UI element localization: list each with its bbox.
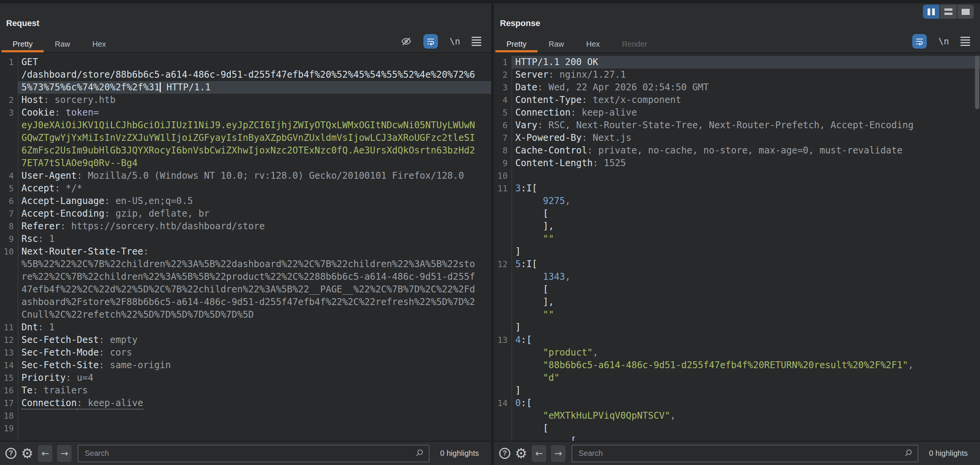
line-content: Cache-Control: private, no-cache, no-sto…: [511, 144, 980, 157]
stacked-view-button[interactable]: [940, 5, 957, 19]
editor-line[interactable]: 134:[: [494, 334, 980, 346]
editor-line[interactable]: 9Rsc: 1: [0, 233, 491, 245]
editor-line[interactable]: 8Cache-Control: private, no-cache, no-st…: [494, 144, 980, 157]
editor-line[interactable]: 19: [0, 422, 491, 435]
editor-line[interactable]: %5B%22%22%2C%7B%22children%22%3A%5B%22da…: [0, 258, 491, 271]
editor-line[interactable]: 9Content-Length: 1525: [494, 157, 980, 170]
editor-line[interactable]: 2Host: sorcery.htb: [0, 94, 491, 106]
editor-line[interactable]: re%22%2C%7B%22children%22%3A%5B%5B%22pro…: [0, 271, 491, 283]
editor-line[interactable]: 10Next-Router-State-Tree:: [0, 245, 491, 258]
editor-line[interactable]: [: [494, 207, 980, 220]
request-editor[interactable]: 1GET/dashboard/store/88b6b6c5-a614-486c-…: [0, 54, 491, 441]
newline-icon[interactable]: \n: [449, 36, 460, 46]
editor-line[interactable]: 4Content-Type: text/x-component: [494, 94, 980, 106]
tab-hex[interactable]: Hex: [575, 36, 611, 52]
editor-line[interactable]: "": [494, 233, 980, 245]
line-content: "d": [511, 372, 980, 384]
response-scrollbar[interactable]: [975, 55, 979, 109]
tab-pretty[interactable]: Pretty: [495, 36, 537, 52]
line-content: [: [511, 283, 980, 296]
editor-line[interactable]: 8Referer: https://sorcery.htb/dashboard/…: [0, 220, 491, 233]
editor-line[interactable]: 140:[: [494, 397, 980, 410]
editor-line[interactable]: ]: [494, 245, 980, 258]
tab-raw[interactable]: Raw: [44, 36, 81, 52]
single-view-button[interactable]: [957, 5, 974, 19]
search-previous-button[interactable]: ←: [38, 445, 52, 462]
editor-line[interactable]: 113:I[: [494, 182, 980, 195]
editor-line[interactable]: 14Sec-Fetch-Site: same-origin: [0, 359, 491, 372]
editor-line[interactable]: 13Sec-Fetch-Mode: cors: [0, 346, 491, 359]
editor-line[interactable]: 16Te: trailers: [0, 384, 491, 397]
editor-line[interactable]: Cnull%2C%22refetch%22%5D%7D%5D%7D%5D%7D%…: [0, 308, 491, 321]
editor-line[interactable]: ],: [494, 296, 980, 308]
panel-divider[interactable]: [491, 0, 494, 465]
editor-line[interactable]: 11Dnt: 1: [0, 321, 491, 334]
editor-line[interactable]: ],: [494, 220, 980, 233]
editor-line[interactable]: ashboard%2Fstore%2F88b6b6c5-a614-486c-9d…: [0, 296, 491, 308]
editor-line[interactable]: 47efb4f%22%2C%22d%22%5D%2C%7B%22children…: [0, 283, 491, 296]
editor-line[interactable]: [: [494, 283, 980, 296]
editor-line[interactable]: [: [494, 422, 980, 435]
response-panel-header: Response PrettyRawHexRender \n: [494, 0, 980, 53]
editor-line[interactable]: 12Sec-Fetch-Dest: empty: [0, 334, 491, 346]
line-content: Date: Wed, 22 Apr 2026 02:54:50 GMT: [511, 81, 980, 94]
editor-line[interactable]: 10: [494, 170, 980, 182]
editor-line[interactable]: "eMXTkHuLPViqV0QpNTSCV",: [494, 410, 980, 422]
response-search-input[interactable]: [578, 449, 904, 458]
search-next-button[interactable]: →: [57, 445, 72, 462]
editor-line[interactable]: 1GET: [0, 56, 491, 69]
request-search-input[interactable]: [84, 449, 415, 458]
editor-line[interactable]: 15Priority: u=4: [0, 372, 491, 384]
editor-line[interactable]: 5Connection: keep-alive: [494, 106, 980, 119]
gear-icon[interactable]: ⚙: [515, 447, 527, 460]
tab-pretty[interactable]: Pretty: [2, 36, 44, 52]
word-wrap-icon[interactable]: [912, 34, 927, 49]
editor-line[interactable]: ]: [494, 321, 980, 334]
line-number: [494, 220, 511, 233]
editor-line[interactable]: 9275,: [494, 195, 980, 207]
tab-raw[interactable]: Raw: [537, 36, 575, 52]
line-number: [494, 410, 511, 422]
editor-line[interactable]: "d": [494, 372, 980, 384]
visibility-off-icon[interactable]: [400, 36, 412, 47]
editor-line[interactable]: ]: [494, 384, 980, 397]
editor-line[interactable]: 17Connection: keep-alive: [0, 397, 491, 410]
editor-line[interactable]: 3Cookie: token=: [0, 106, 491, 119]
editor-line[interactable]: 6ZmFsc2UsIm9ubHlGb3JQYXRocyI6bnVsbCwiZXh…: [0, 144, 491, 157]
editor-line[interactable]: 18: [0, 410, 491, 422]
editor-line[interactable]: 6Accept-Language: en-US,en;q=0.5: [0, 195, 491, 207]
editor-line[interactable]: 5%73%75%6c%74%20%2f%2f%31 HTTP/1.1: [0, 81, 491, 94]
editor-line[interactable]: eyJ0eXAiOiJKV1QiLCJhbGciOiJIUzI1NiJ9.eyJ…: [0, 119, 491, 132]
editor-line[interactable]: 7Accept-Encoding: gzip, deflate, br: [0, 207, 491, 220]
editor-line[interactable]: 7ETA7tSlAOe9q0Rv--Bg4: [0, 157, 491, 170]
help-icon[interactable]: ?: [5, 448, 16, 459]
editor-line[interactable]: 1343,: [494, 271, 980, 283]
search-next-button[interactable]: →: [551, 445, 565, 462]
editor-line[interactable]: 4User-Agent: Mozilla/5.0 (Windows NT 10.…: [0, 170, 491, 182]
editor-line[interactable]: /dashboard/store/88b6b6c5-a614-486c-9d51…: [0, 69, 491, 81]
editor-line[interactable]: 6Vary: RSC, Next-Router-State-Tree, Next…: [494, 119, 980, 132]
editor-line[interactable]: "": [494, 308, 980, 321]
editor-menu-icon[interactable]: [472, 37, 481, 46]
newline-icon[interactable]: \n: [938, 36, 949, 46]
editor-line[interactable]: GQwZTgwYjYxMiIsInVzZXJuYW1lIjoiZGFyayIsI…: [0, 132, 491, 144]
editor-line[interactable]: 1HTTP/1.1 200 OK: [494, 56, 980, 69]
tab-hex[interactable]: Hex: [81, 36, 117, 52]
help-icon[interactable]: ?: [499, 448, 510, 459]
editor-line[interactable]: [: [494, 435, 980, 441]
columns-view-button[interactable]: [923, 5, 939, 19]
response-editor[interactable]: 1HTTP/1.1 200 OK2Server: nginx/1.27.13Da…: [494, 54, 980, 441]
editor-line[interactable]: "product",: [494, 346, 980, 359]
line-number: 4: [0, 170, 18, 182]
editor-line[interactable]: "88b6b6c5-a614-486c-9d51-d255f47efb4f%20…: [494, 359, 980, 372]
editor-line[interactable]: 2Server: nginx/1.27.1: [494, 69, 980, 81]
line-content: "88b6b6c5-a614-486c-9d51-d255f47efb4f%20…: [511, 359, 980, 372]
word-wrap-icon[interactable]: [423, 34, 438, 49]
editor-line[interactable]: 7X-Powered-By: Next.js: [494, 132, 980, 144]
editor-line[interactable]: 3Date: Wed, 22 Apr 2026 02:54:50 GMT: [494, 81, 980, 94]
gear-icon[interactable]: ⚙: [21, 447, 33, 460]
editor-line[interactable]: 125:I[: [494, 258, 980, 271]
search-previous-button[interactable]: ←: [532, 445, 546, 462]
editor-line[interactable]: 5Accept: */*: [0, 182, 491, 195]
editor-menu-icon[interactable]: [960, 37, 970, 46]
